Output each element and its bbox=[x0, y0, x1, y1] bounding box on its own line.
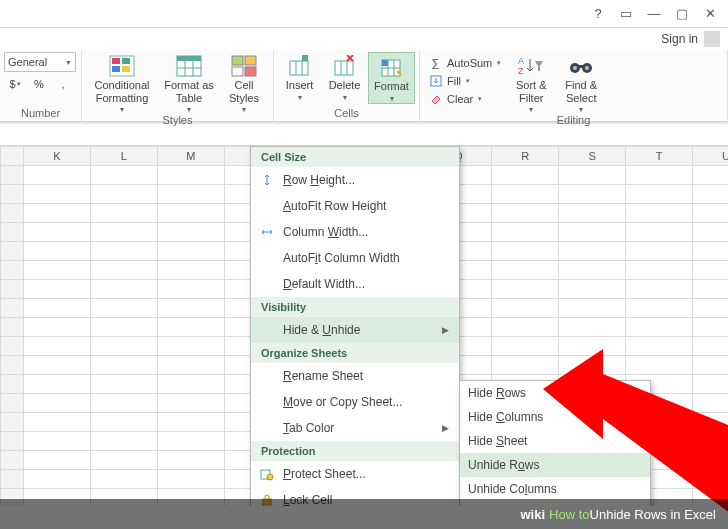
insert-cells-button[interactable]: Insert▾ bbox=[278, 52, 321, 102]
avatar-icon bbox=[704, 31, 720, 47]
svg-text:A: A bbox=[518, 56, 524, 66]
comma-style-button[interactable]: , bbox=[52, 74, 74, 94]
submenu-arrow-icon: ▶ bbox=[442, 423, 449, 433]
sort-filter-icon: AZ bbox=[517, 54, 545, 78]
svg-rect-24 bbox=[382, 60, 388, 66]
chevron-down-icon: ▼ bbox=[65, 59, 72, 66]
svg-rect-4 bbox=[122, 66, 130, 72]
svg-point-37 bbox=[267, 474, 273, 480]
svg-point-34 bbox=[573, 66, 577, 70]
select-all-corner[interactable] bbox=[1, 147, 24, 166]
svg-rect-2 bbox=[122, 58, 130, 64]
svg-rect-3 bbox=[112, 66, 120, 72]
ribbon-display-options-icon[interactable]: ▭ bbox=[612, 3, 640, 25]
cell-styles-button[interactable]: Cell Styles▾ bbox=[220, 52, 268, 114]
svg-rect-17 bbox=[302, 55, 308, 61]
svg-rect-10 bbox=[232, 56, 243, 65]
group-label-editing: Editing bbox=[424, 114, 723, 128]
svg-rect-14 bbox=[290, 61, 308, 75]
format-as-table-button[interactable]: Format as Table▾ bbox=[160, 52, 218, 114]
menu-autofit-col[interactable]: AutoFit Column Width bbox=[251, 245, 459, 271]
row-header[interactable] bbox=[1, 166, 24, 185]
sigma-icon: ∑ bbox=[428, 56, 443, 70]
binoculars-icon bbox=[567, 54, 595, 78]
svg-rect-12 bbox=[232, 67, 243, 76]
menu-section-organize: Organize Sheets bbox=[251, 343, 459, 363]
fill-button[interactable]: Fill▾ bbox=[428, 72, 501, 89]
svg-rect-18 bbox=[335, 61, 353, 75]
find-select-button[interactable]: Find & Select▾ bbox=[557, 52, 605, 114]
format-cells-button[interactable]: Format▾ bbox=[368, 52, 415, 104]
menu-hide-rows[interactable]: Hide Rows bbox=[460, 381, 650, 405]
fill-down-icon bbox=[428, 74, 443, 88]
menu-rename-sheet[interactable]: Rename Sheet bbox=[251, 363, 459, 389]
menu-protect-sheet[interactable]: Protect Sheet... bbox=[251, 461, 459, 487]
hide-unhide-submenu: Hide Rows Hide Columns Hide Sheet Unhide… bbox=[459, 380, 651, 506]
col-header[interactable]: M bbox=[157, 147, 224, 166]
svg-rect-6 bbox=[177, 56, 201, 61]
svg-rect-13 bbox=[245, 67, 256, 76]
group-label-styles: Styles bbox=[86, 114, 269, 128]
svg-point-35 bbox=[585, 66, 589, 70]
menu-column-width[interactable]: Column Width... bbox=[251, 219, 459, 245]
col-header[interactable]: L bbox=[90, 147, 157, 166]
conditional-formatting-icon bbox=[108, 54, 136, 78]
format-as-table-icon bbox=[175, 54, 203, 78]
group-label-number: Number bbox=[4, 107, 77, 121]
col-header[interactable]: K bbox=[24, 147, 91, 166]
help-icon[interactable]: ? bbox=[584, 3, 612, 25]
menu-hide-columns[interactable]: Hide Columns bbox=[460, 405, 650, 429]
svg-rect-33 bbox=[577, 65, 585, 68]
cell-styles-icon bbox=[230, 54, 258, 78]
currency-button[interactable]: $▾ bbox=[4, 74, 26, 94]
submenu-arrow-icon: ▶ bbox=[442, 325, 449, 335]
delete-cells-button[interactable]: Delete▾ bbox=[323, 52, 366, 102]
svg-text:Z: Z bbox=[518, 66, 524, 76]
menu-unhide-columns[interactable]: Unhide Columns bbox=[460, 477, 650, 501]
menu-tab-color[interactable]: Tab Color▶ bbox=[251, 415, 459, 441]
sort-filter-button[interactable]: AZ Sort & Filter▾ bbox=[507, 52, 555, 114]
percent-button[interactable]: % bbox=[28, 74, 50, 94]
autosum-button[interactable]: ∑AutoSum ▾ bbox=[428, 54, 501, 71]
col-header[interactable]: T bbox=[626, 147, 693, 166]
menu-default-width[interactable]: Default Width... bbox=[251, 271, 459, 297]
clear-button[interactable]: Clear▾ bbox=[428, 90, 501, 107]
svg-rect-11 bbox=[245, 56, 256, 65]
menu-autofit-row[interactable]: AutoFit Row Height bbox=[251, 193, 459, 219]
format-dropdown: Cell Size Row Height... AutoFit Row Heig… bbox=[250, 146, 460, 506]
format-cells-icon bbox=[378, 55, 406, 79]
col-width-icon bbox=[259, 224, 275, 240]
number-format-combo[interactable]: General ▼ bbox=[4, 52, 76, 72]
group-label-cells: Cells bbox=[278, 107, 415, 121]
close-icon[interactable]: ✕ bbox=[696, 3, 724, 25]
col-header[interactable]: S bbox=[559, 147, 626, 166]
menu-unhide-rows[interactable]: Unhide Rows bbox=[460, 453, 650, 477]
minimize-icon[interactable]: — bbox=[640, 3, 668, 25]
menu-section-protection: Protection bbox=[251, 441, 459, 461]
number-format-value: General bbox=[8, 56, 47, 68]
menu-row-height[interactable]: Row Height... bbox=[251, 167, 459, 193]
restore-icon[interactable]: ▢ bbox=[668, 3, 696, 25]
protect-sheet-icon bbox=[259, 466, 275, 482]
sign-in-link[interactable]: Sign in bbox=[661, 32, 698, 46]
col-header[interactable]: R bbox=[492, 147, 559, 166]
menu-hide-unhide[interactable]: Hide & Unhide▶ bbox=[251, 317, 459, 343]
wikihow-banner: wiki How to Unhide Rows in Excel bbox=[0, 499, 728, 529]
conditional-formatting-button[interactable]: Conditional Formatting▾ bbox=[86, 52, 158, 114]
menu-section-cell-size: Cell Size bbox=[251, 147, 459, 167]
menu-hide-sheet[interactable]: Hide Sheet bbox=[460, 429, 650, 453]
insert-cells-icon bbox=[286, 54, 314, 78]
menu-move-copy-sheet[interactable]: Move or Copy Sheet... bbox=[251, 389, 459, 415]
svg-rect-1 bbox=[112, 58, 120, 64]
row-height-icon bbox=[259, 172, 275, 188]
delete-cells-icon bbox=[331, 54, 359, 78]
col-header[interactable]: U bbox=[693, 147, 728, 166]
eraser-icon bbox=[428, 92, 443, 106]
menu-section-visibility: Visibility bbox=[251, 297, 459, 317]
ribbon: General ▼ $▾ % , Number Conditional Form… bbox=[0, 50, 728, 122]
